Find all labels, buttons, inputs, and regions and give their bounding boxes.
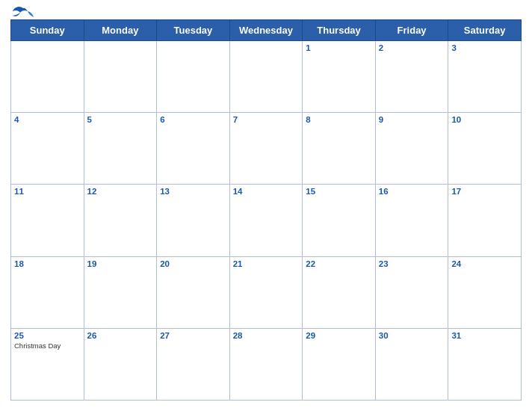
day-number: 14 (233, 187, 300, 196)
calendar-day-cell: 29 (303, 328, 376, 400)
calendar-day-cell: 28 (229, 328, 303, 400)
day-number: 27 (160, 331, 226, 340)
header-wednesday: Wednesday (229, 20, 303, 41)
calendar-day-cell: 17 (448, 185, 522, 256)
day-number: 5 (87, 115, 154, 124)
calendar-day-cell (157, 41, 230, 113)
day-number: 17 (451, 187, 518, 196)
calendar-day-cell: 21 (229, 256, 303, 328)
header-thursday: Thursday (303, 20, 376, 41)
day-number: 3 (451, 43, 518, 52)
calendar-day-cell: 19 (84, 256, 157, 328)
day-number: 16 (379, 187, 445, 196)
day-number: 24 (451, 259, 518, 268)
day-number: 11 (14, 187, 81, 196)
header-friday: Friday (375, 20, 448, 41)
calendar-day-cell: 20 (157, 256, 230, 328)
calendar-day-cell: 30 (375, 328, 448, 400)
day-number: 19 (87, 259, 154, 268)
calendar-day-cell: 18 (11, 256, 84, 328)
calendar-day-cell: 24 (448, 256, 522, 328)
day-number: 15 (306, 187, 372, 196)
calendar-week-row: 45678910 (11, 113, 522, 185)
calendar-day-cell: 16 (375, 185, 448, 256)
calendar-day-cell: 3 (448, 41, 522, 113)
day-number: 22 (306, 259, 372, 268)
calendar-week-row: 25Christmas Day262728293031 (11, 328, 522, 400)
calendar-day-cell: 31 (448, 328, 522, 400)
day-number: 12 (87, 187, 154, 196)
calendar-day-cell: 25Christmas Day (11, 328, 84, 400)
day-number: 23 (379, 259, 445, 268)
calendar-body: 1234567891011121314151617181920212223242… (11, 41, 522, 401)
calendar-header (10, 7, 522, 15)
day-number: 21 (233, 259, 300, 268)
header-sunday: Sunday (11, 20, 84, 41)
day-number: 29 (306, 331, 372, 340)
calendar-week-row: 123 (11, 41, 522, 113)
day-number: 8 (306, 115, 372, 124)
calendar-day-cell: 6 (157, 113, 230, 185)
calendar-day-cell: 8 (303, 113, 376, 185)
calendar-day-cell (229, 41, 303, 113)
day-number: 31 (451, 331, 518, 340)
logo-bird-icon (13, 5, 34, 19)
calendar-day-cell: 9 (375, 113, 448, 185)
header-saturday: Saturday (448, 20, 522, 41)
calendar-day-cell: 12 (84, 185, 157, 256)
calendar-day-cell: 26 (84, 328, 157, 400)
day-number: 26 (87, 331, 154, 340)
day-number: 25 (14, 331, 81, 340)
day-number: 2 (379, 43, 445, 52)
day-number: 1 (306, 43, 372, 52)
day-number: 4 (14, 115, 81, 124)
calendar-day-cell: 23 (375, 256, 448, 328)
calendar-day-cell: 15 (303, 185, 376, 256)
day-event: Christmas Day (14, 342, 81, 350)
calendar-day-cell (11, 41, 84, 113)
day-number: 9 (379, 115, 445, 124)
day-number: 6 (160, 115, 226, 124)
day-number: 18 (14, 259, 81, 268)
calendar-day-cell: 27 (157, 328, 230, 400)
calendar-day-cell (84, 41, 157, 113)
calendar-week-row: 11121314151617 (11, 185, 522, 256)
day-number: 30 (379, 331, 445, 340)
calendar-day-cell: 11 (11, 185, 84, 256)
calendar-week-row: 18192021222324 (11, 256, 522, 328)
calendar-day-cell: 14 (229, 185, 303, 256)
day-number: 20 (160, 259, 226, 268)
day-number: 28 (233, 331, 300, 340)
day-number: 10 (451, 115, 518, 124)
calendar-day-cell: 10 (448, 113, 522, 185)
day-number: 7 (233, 115, 300, 124)
calendar-day-cell: 22 (303, 256, 376, 328)
calendar-day-cell: 1 (303, 41, 376, 113)
day-number: 13 (160, 187, 226, 196)
calendar-day-cell: 13 (157, 185, 230, 256)
calendar-day-cell: 2 (375, 41, 448, 113)
logo (10, 5, 34, 19)
calendar-day-cell: 4 (11, 113, 84, 185)
calendar-day-cell: 5 (84, 113, 157, 185)
header-monday: Monday (84, 20, 157, 41)
header-tuesday: Tuesday (157, 20, 230, 41)
calendar-day-cell: 7 (229, 113, 303, 185)
calendar-table: Sunday Monday Tuesday Wednesday Thursday… (10, 19, 522, 401)
weekday-header-row: Sunday Monday Tuesday Wednesday Thursday… (11, 20, 522, 41)
